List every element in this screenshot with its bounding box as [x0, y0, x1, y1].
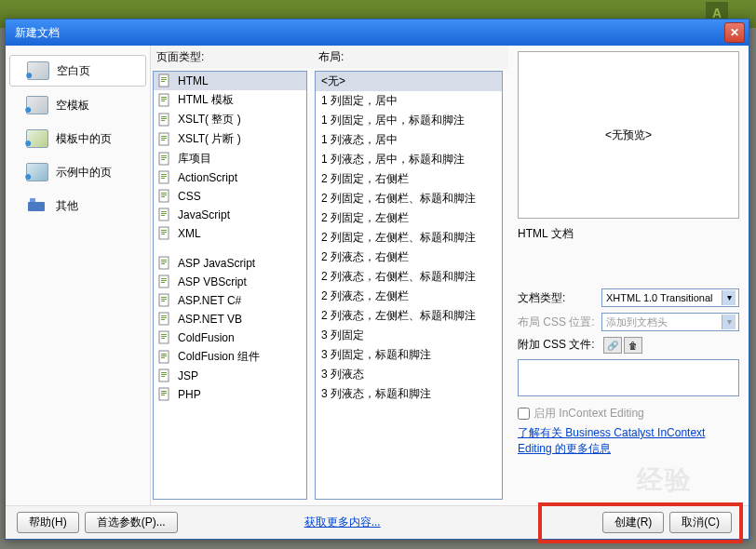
svg-rect-44: [161, 280, 167, 281]
layout-item[interactable]: 2 列固定，右侧栏: [316, 169, 502, 189]
svg-rect-1: [30, 198, 35, 202]
layout-css-row: 布局 CSS 位置: 添加到文档头: [518, 313, 739, 331]
page-type-item[interactable]: ASP VBScript: [154, 273, 306, 291]
category-other[interactable]: 其他: [9, 191, 146, 221]
doctype-select[interactable]: XHTML 1.0 Transitional: [601, 288, 739, 307]
page-type-label: ASP VBScript: [178, 275, 247, 288]
layout-item[interactable]: 1 列固定，居中: [316, 91, 502, 111]
svg-rect-17: [161, 140, 165, 141]
attached-css-list[interactable]: [518, 359, 739, 396]
page-type-item[interactable]: PHP: [154, 385, 306, 404]
preferences-button[interactable]: 首选参数(P)...: [85, 512, 178, 533]
page-type-item[interactable]: JavaScript: [154, 206, 306, 224]
learn-more-link[interactable]: 了解有关 Business Catalyst InContext Editing…: [518, 425, 739, 457]
layout-item[interactable]: <无>: [316, 72, 502, 91]
page-type-item[interactable]: ColdFusion: [154, 328, 306, 347]
page-type-item[interactable]: ASP.NET VB: [154, 310, 306, 328]
svg-rect-20: [161, 157, 167, 158]
page-type-item[interactable]: JSP: [154, 367, 306, 385]
layout-item[interactable]: 1 列液态，居中，标题和脚注: [316, 150, 502, 169]
page-type-item[interactable]: HTML: [154, 72, 306, 90]
category-label: 空白页: [57, 63, 90, 79]
layout-css-select: 添加到文档头: [601, 313, 739, 331]
layout-item[interactable]: 2 列固定，左侧栏、标题和脚注: [316, 228, 502, 248]
layout-list[interactable]: <无>1 列固定，居中1 列固定，居中，标题和脚注1 列液态，居中1 列液态，居…: [315, 71, 503, 500]
svg-rect-48: [161, 299, 167, 300]
layout-item[interactable]: 3 列固定: [316, 326, 502, 345]
category-label: 其他: [56, 198, 78, 214]
doctype-row: 文档类型: XHTML 1.0 Transitional: [518, 288, 739, 307]
file-icon: [157, 293, 172, 308]
layout-item[interactable]: 1 列固定，居中，标题和脚注: [316, 111, 502, 130]
layout-css-label: 布局 CSS 位置:: [518, 315, 601, 330]
category-blank[interactable]: 空白页: [9, 55, 146, 87]
dialog-title: 新建文档: [15, 25, 724, 41]
page-type-item[interactable]: ColdFusion 组件: [154, 347, 306, 367]
page-type-label: 库项目: [178, 151, 211, 167]
cancel-button[interactable]: 取消(C): [669, 512, 732, 533]
layout-item[interactable]: 2 列液态，右侧栏、标题和脚注: [316, 267, 502, 287]
file-icon: [157, 330, 172, 345]
page-type-item[interactable]: ASP JavaScript: [154, 254, 306, 273]
layout-item[interactable]: 2 列固定，左侧栏: [316, 208, 502, 228]
svg-rect-35: [161, 230, 167, 231]
svg-rect-21: [161, 159, 165, 160]
page-type-label: JavaScript: [178, 208, 230, 221]
file-icon: [157, 226, 172, 241]
layout-item[interactable]: 3 列固定，标题和脚注: [316, 345, 502, 365]
svg-rect-24: [161, 176, 167, 177]
svg-rect-15: [161, 136, 167, 137]
page-type-list[interactable]: HTMLHTML 模板XSLT( 整页 )XSLT( 片断 )库项目Action…: [153, 71, 307, 500]
page-type-item[interactable]: CSS: [154, 187, 306, 206]
svg-rect-67: [161, 391, 167, 392]
layout-item[interactable]: 2 列液态，左侧栏、标题和脚注: [316, 306, 502, 326]
svg-rect-50: [159, 313, 169, 325]
page-type-label: ColdFusion 组件: [178, 349, 260, 365]
incontext-row: 启用 InContext Editing: [518, 406, 739, 422]
link-css-button[interactable]: 🔗: [603, 337, 622, 354]
file-icon: [157, 113, 172, 127]
layout-item[interactable]: 3 列液态: [316, 365, 502, 384]
svg-rect-8: [161, 99, 167, 100]
remove-css-button[interactable]: 🗑: [624, 337, 642, 354]
svg-rect-11: [161, 116, 167, 117]
file-icon: [157, 350, 172, 365]
file-icon: [157, 74, 172, 88]
category-label: 示例中的页: [56, 165, 112, 181]
svg-rect-45: [161, 282, 165, 283]
layout-item[interactable]: 2 列液态，右侧栏: [316, 248, 502, 267]
options-column: <无预览> HTML 文档 文档类型: XHTML 1.0 Transition…: [508, 46, 749, 505]
preview-text: <无预览>: [605, 127, 652, 143]
page-type-item[interactable]: 库项目: [154, 149, 306, 168]
svg-rect-57: [161, 338, 165, 339]
svg-rect-41: [161, 263, 165, 264]
page-type-column: 页面类型: HTMLHTML 模板XSLT( 整页 )XSLT( 片断 )库项目…: [150, 46, 313, 505]
dialog-content: 空白页空模板模板中的页示例中的页其他 页面类型: HTMLHTML 模板XSLT…: [6, 46, 749, 505]
incontext-checkbox[interactable]: [518, 408, 530, 420]
page-type-item[interactable]: HTML 模板: [154, 90, 306, 110]
file-icon: [157, 170, 172, 185]
layout-item[interactable]: 2 列固定，右侧栏、标题和脚注: [316, 189, 502, 208]
page-type-item[interactable]: XSLT( 片断 ): [154, 129, 306, 149]
file-icon: [157, 152, 172, 167]
svg-rect-58: [159, 351, 169, 363]
category-tpl-page[interactable]: 模板中的页: [9, 124, 146, 154]
page-type-item[interactable]: XSLT( 整页 ): [154, 110, 306, 129]
layout-item[interactable]: 3 列液态，标题和脚注: [316, 384, 502, 404]
page-type-item[interactable]: XML: [154, 224, 306, 243]
page-type-item[interactable]: ActionScript: [154, 168, 306, 187]
svg-rect-28: [161, 194, 167, 195]
svg-rect-13: [161, 120, 165, 121]
category-template[interactable]: 空模板: [9, 90, 146, 120]
page-type-item[interactable]: ASP.NET C#: [154, 291, 306, 310]
svg-rect-7: [161, 97, 167, 98]
create-button[interactable]: 创建(R): [602, 512, 665, 533]
svg-rect-43: [161, 278, 167, 279]
help-button[interactable]: 帮助(H): [17, 512, 79, 533]
layout-item[interactable]: 1 列液态，居中: [316, 130, 502, 150]
close-button[interactable]: ✕: [724, 22, 745, 43]
layout-item[interactable]: 2 列液态，左侧栏: [316, 287, 502, 306]
page-type-label: PHP: [178, 388, 201, 401]
category-sample-page[interactable]: 示例中的页: [9, 157, 146, 187]
get-more-link[interactable]: 获取更多内容...: [304, 515, 381, 530]
